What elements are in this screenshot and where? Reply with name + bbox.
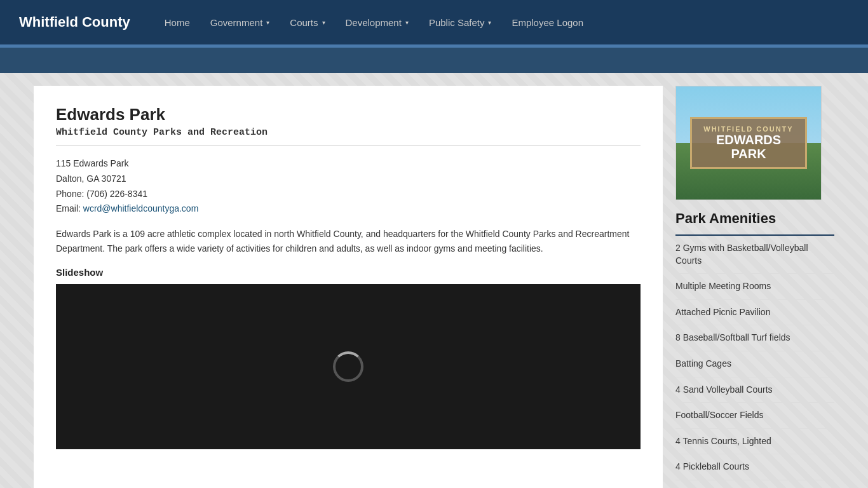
amenity-item: 8 Baseball/Softball Turf fields (675, 325, 834, 351)
amenities-title: Park Amenities (675, 210, 834, 227)
address-line2: Dalton, GA 30721 (56, 172, 641, 187)
park-description: Edwards Park is a 109 acre athletic comp… (56, 227, 641, 255)
nav-item-employee[interactable]: Employee Logon (503, 12, 592, 33)
phone-line: Phone: (706) 226-8341 (56, 187, 641, 202)
chevron-down-icon: ▾ (405, 19, 409, 26)
nav-item-publicsafety[interactable]: Public Safety ▾ (420, 12, 501, 33)
park-sign-wrapper: WHITFIELD COUNTY EDWARDS PARK (690, 117, 806, 169)
amenity-item: 18 Hole Disc Golf Course (675, 480, 834, 488)
amenity-item: 4 Tennis Courts, Lighted (675, 429, 834, 455)
nav-link-employee[interactable]: Employee Logon (503, 12, 592, 33)
park-image: WHITFIELD COUNTY EDWARDS PARK (675, 86, 822, 200)
amenity-item: 4 Sand Volleyball Courts (675, 377, 834, 403)
email-label: Email: (56, 203, 81, 214)
main-nav: Whitfield County Home Government ▾ Court… (0, 0, 868, 44)
page-title: Edwards Park (56, 105, 641, 125)
park-sign: WHITFIELD COUNTY EDWARDS PARK (690, 117, 806, 169)
banner-area (0, 48, 868, 73)
nav-item-courts[interactable]: Courts ▾ (281, 12, 334, 33)
nav-item-government[interactable]: Government ▾ (201, 12, 279, 33)
page-container: Edwards Park Whitfield County Parks and … (21, 86, 847, 488)
address-line1: 115 Edwards Park (56, 156, 641, 172)
phone-value: (706) 226-8341 (86, 189, 147, 199)
park-sign-name-line2: PARK (703, 147, 793, 161)
amenity-item: Batting Cages (675, 351, 834, 377)
nav-item-development[interactable]: Development ▾ (337, 12, 417, 33)
page-background: Edwards Park Whitfield County Parks and … (0, 73, 868, 488)
nav-links: Home Government ▾ Courts ▾ Development ▾… (156, 12, 592, 33)
loading-spinner (333, 351, 363, 382)
nav-link-courts[interactable]: Courts ▾ (281, 12, 334, 33)
park-sign-name-line1: EDWARDS (703, 133, 793, 147)
phone-label: Phone: (56, 189, 84, 199)
amenity-item: Multiple Meeting Rooms (675, 274, 834, 300)
amenity-item: 4 Pickleball Courts (675, 454, 834, 480)
title-divider (56, 146, 641, 146)
chevron-down-icon: ▾ (488, 19, 491, 26)
nav-link-development[interactable]: Development ▾ (337, 12, 417, 33)
sidebar: WHITFIELD COUNTY EDWARDS PARK Park Ameni… (675, 86, 834, 488)
main-content: Edwards Park Whitfield County Parks and … (34, 86, 663, 488)
nav-link-government[interactable]: Government ▾ (201, 12, 279, 33)
amenities-list: 2 Gyms with Basketball/Volleyball Courts… (675, 236, 834, 488)
email-link[interactable]: wcrd@whitfieldcountyga.com (83, 203, 199, 214)
site-brand[interactable]: Whitfield County (19, 14, 130, 30)
chevron-down-icon: ▾ (266, 19, 269, 26)
address-block: 115 Edwards Park Dalton, GA 30721 Phone:… (56, 156, 641, 217)
chevron-down-icon: ▾ (322, 19, 325, 26)
email-line: Email: wcrd@whitfieldcountyga.com (56, 201, 641, 217)
park-sign-county: WHITFIELD COUNTY (703, 125, 793, 133)
nav-link-home[interactable]: Home (156, 12, 199, 33)
slideshow-label: Slideshow (56, 267, 641, 278)
slideshow-container (56, 284, 641, 449)
nav-item-home[interactable]: Home (156, 12, 199, 33)
nav-link-publicsafety[interactable]: Public Safety ▾ (420, 12, 501, 33)
amenity-item: 2 Gyms with Basketball/Volleyball Courts (675, 236, 834, 274)
page-subtitle: Whitfield County Parks and Recreation (56, 127, 641, 138)
amenity-item: Attached Picnic Pavilion (675, 300, 834, 326)
amenity-item: Football/Soccer Fields (675, 403, 834, 429)
